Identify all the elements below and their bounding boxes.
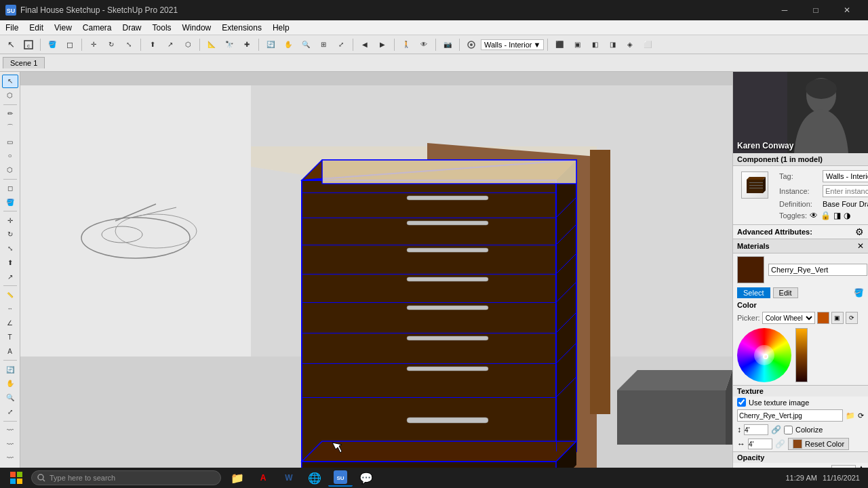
- lt-eraser[interactable]: ◻: [2, 182, 18, 195]
- lt-orbit[interactable]: 🔄: [2, 363, 18, 376]
- picker-select[interactable]: Color Wheel: [762, 312, 815, 324]
- materials-close-icon[interactable]: ✕: [857, 241, 864, 251]
- lt-text[interactable]: T: [2, 331, 18, 344]
- select-btn[interactable]: Select: [737, 287, 770, 298]
- look-around-btn[interactable]: 👁: [416, 37, 432, 52]
- menu-extensions[interactable]: Extensions: [216, 20, 267, 35]
- section-display2-btn[interactable]: ⬜: [639, 37, 656, 52]
- zoom-extents-btn[interactable]: ⤢: [333, 37, 349, 52]
- viewport[interactable]: [20, 72, 732, 468]
- taskbar-explorer[interactable]: 📁: [225, 469, 250, 487]
- zoom-btn[interactable]: 🔍: [298, 37, 314, 52]
- picker-icon-1[interactable]: ▣: [831, 312, 844, 324]
- taskbar-acrobat[interactable]: A: [251, 469, 275, 487]
- scale-btn[interactable]: ⤡: [121, 37, 137, 52]
- section-cut-btn[interactable]: ▣: [569, 37, 585, 52]
- select-tool-btn[interactable]: ↖: [3, 37, 19, 52]
- lt-component-tool[interactable]: ⬡: [2, 89, 18, 102]
- menu-camera[interactable]: Camera: [77, 20, 117, 35]
- lt-polygon[interactable]: ⬡: [2, 163, 18, 177]
- color-brightness-bar[interactable]: [795, 328, 808, 382]
- menu-file[interactable]: File: [0, 20, 24, 35]
- component-btn[interactable]: c: [20, 37, 37, 52]
- scene-tab[interactable]: Scene 1: [3, 57, 45, 68]
- offset-btn[interactable]: ⬡: [180, 37, 196, 52]
- lt-rotate[interactable]: ↻: [2, 228, 18, 241]
- colorize-checkbox[interactable]: [784, 426, 793, 434]
- lt-pushpull[interactable]: ⬆: [2, 256, 18, 270]
- lt-axes[interactable]: A: [2, 344, 18, 358]
- picker-icon-2[interactable]: ⟳: [846, 312, 858, 324]
- maximize-button[interactable]: □: [800, 0, 831, 20]
- paint-btn[interactable]: 🪣: [44, 37, 60, 52]
- section-fill-btn[interactable]: ◧: [587, 37, 603, 52]
- reset-color-btn[interactable]: Reset Color: [788, 438, 849, 450]
- next-view-btn[interactable]: ▶: [374, 37, 391, 52]
- view-style-btn[interactable]: [463, 37, 479, 52]
- lt-rectangle[interactable]: ▭: [2, 135, 18, 148]
- followme-btn[interactable]: ↗: [162, 37, 178, 52]
- lt-circle[interactable]: ○: [2, 149, 18, 163]
- scale-x-input[interactable]: [744, 424, 768, 435]
- toggle-lock-icon[interactable]: 🔒: [821, 211, 831, 220]
- lt-section2[interactable]: 〰: [2, 437, 18, 451]
- adv-attr-icon[interactable]: ⚙: [855, 226, 864, 237]
- paint-bucket-icon[interactable]: 🪣: [854, 288, 864, 298]
- lt-dimensions[interactable]: ↔: [2, 302, 18, 316]
- taskbar-sketchup[interactable]: SU: [328, 469, 353, 487]
- color-swatch-picker[interactable]: [817, 312, 829, 324]
- color-wheel[interactable]: [737, 328, 791, 382]
- tag-select[interactable]: Walls - Interior: [823, 170, 868, 182]
- lt-select[interactable]: ↖: [2, 75, 18, 88]
- menu-draw[interactable]: Draw: [117, 20, 147, 35]
- position-camera-btn[interactable]: 📷: [439, 37, 456, 52]
- lt-arc[interactable]: ⌒: [2, 121, 18, 134]
- material-name-input[interactable]: [768, 264, 867, 276]
- texture-reload-icon[interactable]: ⟳: [858, 411, 864, 420]
- lt-protractor[interactable]: ∠: [2, 317, 18, 330]
- menu-tools[interactable]: Tools: [147, 20, 177, 35]
- zoom-window-btn[interactable]: ⊞: [315, 37, 332, 52]
- section-display-btn[interactable]: ◨: [604, 37, 620, 52]
- start-button[interactable]: [3, 469, 30, 487]
- texture-file-input[interactable]: [737, 409, 843, 422]
- lt-tape[interactable]: 📏: [2, 288, 18, 302]
- lt-move[interactable]: ✛: [2, 214, 18, 227]
- lt-pencil[interactable]: ✏: [2, 107, 18, 121]
- lt-zoom-ext[interactable]: ⤢: [2, 405, 18, 419]
- taskbar-search[interactable]: Type here to search: [31, 470, 221, 485]
- previous-view-btn[interactable]: ◀: [357, 37, 373, 52]
- scale-y-input[interactable]: [748, 439, 772, 449]
- edit-btn[interactable]: Edit: [773, 287, 798, 298]
- axes-btn[interactable]: ✚: [239, 37, 255, 52]
- lt-followme[interactable]: ↗: [2, 270, 18, 283]
- lt-paint[interactable]: 🪣: [2, 195, 18, 209]
- menu-window[interactable]: Window: [177, 20, 217, 35]
- orbit-btn[interactable]: 🔄: [262, 37, 279, 52]
- section-color-btn[interactable]: ◈: [622, 37, 638, 52]
- lt-zoom[interactable]: 🔍: [2, 391, 18, 405]
- toggle-cast-shadow-icon[interactable]: ◑: [844, 211, 850, 220]
- rotate-btn[interactable]: ↻: [103, 37, 119, 52]
- toggle-shadow-icon[interactable]: ◨: [833, 211, 841, 220]
- eraser-btn[interactable]: ◻: [62, 37, 78, 52]
- lt-scale[interactable]: ⤡: [2, 242, 18, 256]
- menu-view[interactable]: View: [49, 20, 77, 35]
- use-texture-checkbox[interactable]: [737, 398, 746, 407]
- lt-pan[interactable]: ✋: [2, 377, 18, 390]
- pushpull-btn[interactable]: ⬆: [144, 37, 161, 52]
- menu-edit[interactable]: Edit: [24, 20, 49, 35]
- lt-section1[interactable]: 〰: [2, 423, 18, 436]
- minimize-button[interactable]: ─: [769, 0, 800, 20]
- move-btn[interactable]: ✛: [85, 37, 102, 52]
- lock-icon[interactable]: 🔗: [771, 425, 781, 434]
- walk-btn[interactable]: 🚶: [398, 37, 414, 52]
- walls-dropdown[interactable]: Walls - Interior ▼: [481, 39, 544, 50]
- taskbar-browser[interactable]: 🌐: [302, 469, 327, 487]
- pan-btn[interactable]: ✋: [280, 37, 296, 52]
- tape-btn[interactable]: 📐: [203, 37, 220, 52]
- section-plane-btn[interactable]: ⬛: [551, 37, 568, 52]
- toggle-visible-icon[interactable]: 👁: [810, 211, 818, 220]
- texture-folder-icon[interactable]: 📁: [846, 411, 855, 420]
- taskbar-word[interactable]: W: [277, 469, 301, 487]
